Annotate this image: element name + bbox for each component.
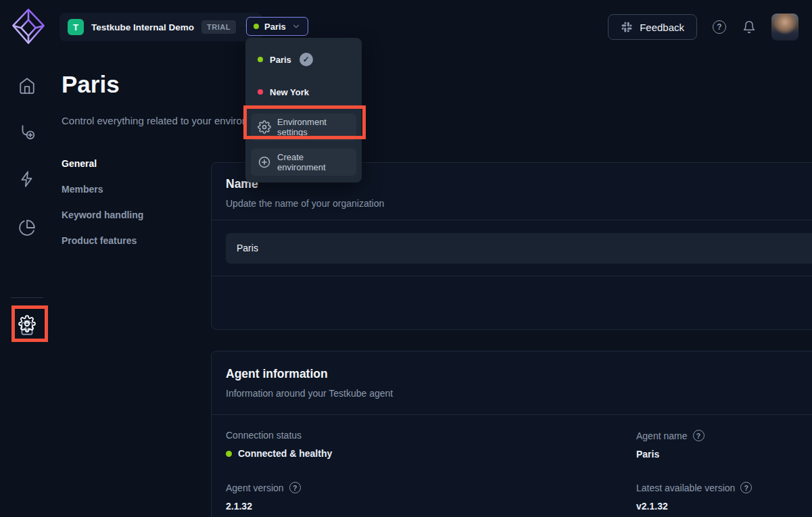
name-card-subtitle: Update the name of your organization	[226, 198, 812, 209]
check-circle-icon	[300, 53, 313, 66]
sidebar-nav	[0, 54, 54, 517]
tab-product-features[interactable]: Product features	[62, 233, 143, 248]
page-title: Paris	[62, 71, 120, 98]
help-icon[interactable]	[289, 482, 301, 493]
environment-dropdown-menu: Paris New York Environment settings Crea…	[245, 38, 362, 182]
notifications-button[interactable]	[742, 20, 757, 34]
help-icon[interactable]	[693, 430, 704, 441]
trial-badge: TRIAL	[201, 20, 236, 34]
env-status-dot-green	[258, 57, 263, 62]
plus-circle-icon	[258, 155, 271, 169]
feedback-label: Feedback	[640, 22, 684, 33]
sidebar-item-insights[interactable]	[18, 219, 36, 237]
settings-gear-icon	[18, 315, 36, 333]
top-bar: T Testkube Internal Demo TRIAL Paris Fee…	[0, 0, 812, 54]
org-name: Testkube Internal Demo	[91, 22, 194, 32]
field-label: Agent name	[636, 430, 688, 441]
sidebar-item-triggers[interactable]	[18, 170, 36, 188]
create-test-icon	[18, 124, 36, 141]
create-environment-label: Create environment	[277, 152, 350, 172]
sidebar-item-home[interactable]	[18, 77, 36, 95]
field-agent-version: Agent version 2.1.32	[226, 482, 636, 512]
settings-tabs: General Members Keyword handling Product…	[62, 156, 143, 248]
org-avatar: T	[68, 19, 84, 35]
env-selected-label: Paris	[264, 22, 286, 32]
help-button[interactable]	[712, 20, 727, 34]
agent-card-header: Agent information Information around you…	[212, 351, 812, 415]
bell-icon	[742, 20, 756, 34]
env-option-label: New York	[270, 87, 309, 97]
tab-members[interactable]: Members	[62, 182, 143, 197]
field-label: Latest available version	[636, 483, 735, 493]
home-icon	[18, 77, 36, 95]
field-value: Paris	[636, 449, 659, 460]
agent-card-title: Agent information	[226, 367, 812, 381]
env-option-label: Paris	[270, 55, 291, 65]
help-icon[interactable]	[740, 482, 752, 493]
field-value: v2.1.32	[636, 501, 668, 512]
field-value: Connected & healthy	[238, 448, 332, 459]
name-card: Name Update the name of your organizatio…	[211, 162, 812, 330]
tab-keyword-handling[interactable]: Keyword handling	[62, 207, 143, 222]
agent-information-card: Agent information Information around you…	[211, 351, 812, 517]
user-avatar[interactable]	[771, 14, 798, 41]
help-icon	[713, 20, 726, 34]
healthy-status-dot	[226, 451, 232, 457]
feedback-button[interactable]: Feedback	[608, 14, 697, 40]
environment-selector-button[interactable]: Paris	[246, 17, 308, 36]
org-selector[interactable]: T Testkube Internal Demo TRIAL	[59, 13, 262, 41]
field-label: Agent version	[226, 483, 284, 493]
sidebar-divider	[11, 297, 43, 298]
topbar-actions: Feedback	[608, 0, 798, 54]
field-agent-name: Agent name Paris	[636, 430, 812, 460]
page-subtitle: Control everything related to your envir…	[62, 115, 270, 126]
environment-settings-menu-item[interactable]: Environment settings	[251, 114, 356, 141]
testkube-dashboard: T Testkube Internal Demo TRIAL Paris Fee…	[0, 0, 812, 517]
agent-card-body: Connection status Connected & healthy Ag…	[212, 415, 812, 517]
testkube-logo-icon[interactable]	[11, 7, 46, 45]
slack-icon	[621, 21, 633, 33]
agent-card-subtitle: Information around your Testkube agent	[226, 388, 812, 399]
pie-chart-icon	[18, 219, 36, 237]
chevron-down-icon	[291, 22, 301, 31]
sidebar-item-settings[interactable]	[18, 315, 36, 333]
create-environment-menu-item[interactable]: Create environment	[251, 149, 356, 176]
field-latest-available-version: Latest available version v2.1.32	[636, 482, 812, 512]
lightning-icon	[18, 170, 36, 188]
gear-icon	[258, 120, 271, 134]
env-option-new-york[interactable]: New York	[245, 76, 362, 108]
field-label: Connection status	[226, 430, 302, 441]
environment-name-input[interactable]	[226, 233, 812, 264]
env-status-dot	[254, 24, 259, 29]
sidebar-item-create-test[interactable]	[18, 124, 36, 141]
environment-settings-label: Environment settings	[277, 117, 350, 137]
field-value: 2.1.32	[226, 501, 252, 512]
env-option-paris[interactable]: Paris	[245, 43, 362, 76]
tab-general[interactable]: General	[62, 156, 143, 171]
name-card-body	[212, 220, 812, 276]
env-status-dot-red	[258, 89, 263, 95]
field-connection-status: Connection status Connected & healthy	[226, 430, 636, 460]
name-card-footer	[212, 276, 812, 329]
